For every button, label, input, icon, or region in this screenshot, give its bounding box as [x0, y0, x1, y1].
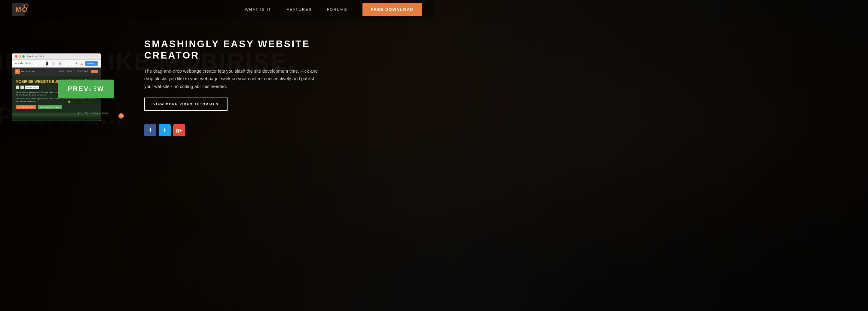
- svg-line-6: [27, 7, 28, 7]
- toolbar-right: 👁 ☁ Publish: [75, 61, 98, 66]
- app-toolbar: ≡ index.html 📱 ⬜ 🖥 👁 ☁ Publish: [12, 60, 101, 68]
- video-tutorials-button[interactable]: VIEW MORE VIDEO TUTORIALS: [144, 98, 227, 111]
- main-description: The drag-and-drop webpage creator lets y…: [144, 67, 318, 90]
- app-windows-button[interactable]: FOR WINDOWS & MAC: [38, 105, 62, 109]
- close-dot[interactable]: [15, 55, 18, 58]
- main-title: SMASHINGLY EASY WEBSITE CREATOR: [144, 38, 416, 61]
- maximize-dot[interactable]: [22, 55, 25, 58]
- mini-btn-2[interactable]: [21, 85, 24, 89]
- googleplus-icon[interactable]: g+: [173, 124, 185, 136]
- app-title: Mobirise 2.8.7: [27, 55, 44, 58]
- font-selector[interactable]: Roboto ▾ 21 ▾: [25, 85, 39, 89]
- app-nav-items: HOME ABOUT CONTACT CTA: [58, 70, 98, 73]
- scroll-down-arrow[interactable]: ▼: [67, 100, 71, 104]
- app-inner-nav: M MOBIRISE HOME ABOUT CONTACT CTA: [12, 68, 101, 76]
- right-content: SMASHINGLY EASY WEBSITE CREATOR The drag…: [126, 38, 422, 136]
- svg-line-5: [24, 4, 25, 4]
- toolbar-center: 📱 ⬜ 🖥: [45, 62, 61, 65]
- logo-icon: M: [12, 3, 25, 16]
- file-name: index.html: [18, 62, 31, 65]
- arrows-container: [59, 77, 98, 100]
- logo[interactable]: M: [12, 3, 25, 16]
- arrows-svg: [59, 77, 98, 99]
- mobile-icon[interactable]: 📱: [45, 62, 49, 65]
- free-download-button[interactable]: FREE DOWNLOAD: [363, 3, 422, 16]
- app-download-button[interactable]: DOWNLOAD NOW: [16, 105, 36, 109]
- facebook-icon[interactable]: f: [144, 124, 156, 136]
- titlebar-controls: [15, 55, 25, 58]
- navbar: M WHAT IS IT FEATURES FORUMS FREE DOWNLO…: [0, 0, 434, 19]
- eye-icon[interactable]: 👁: [75, 62, 79, 65]
- app-logo-mini: M: [15, 69, 20, 74]
- app-nav-cta: CTA: [91, 70, 98, 73]
- cloud-icon: ☁: [80, 62, 83, 65]
- desktop-icon[interactable]: 🖥: [58, 62, 61, 65]
- social-icons: f t g+: [144, 124, 416, 136]
- app-nav-home: HOME: [58, 70, 65, 73]
- platform-text: For Windows Mac: [78, 111, 109, 115]
- twitter-icon[interactable]: t: [159, 124, 171, 136]
- hamburger-icon[interactable]: ≡: [15, 62, 17, 65]
- app-hero-buttons: DOWNLOAD NOW FOR WINDOWS & MAC: [16, 105, 97, 109]
- mini-btn-1[interactable]: [16, 85, 19, 89]
- app-brand-name: MOBIRISE: [21, 70, 35, 73]
- app-nav-contact: CONTACT: [77, 70, 88, 73]
- nav-link-what-is-it[interactable]: WHAT IS IT: [245, 7, 271, 12]
- publish-button[interactable]: Publish: [85, 61, 98, 66]
- nav-links: WHAT IS IT FEATURES FORUMS FREE DOWNLOAD: [245, 3, 422, 16]
- svg-point-0: [24, 4, 27, 7]
- svg-line-8: [24, 7, 25, 7]
- app-screenshot-wrapper: Mobirise 2.8.7 ≡ index.html 📱 ⬜ 🖥 👁 ☁ Pu…: [12, 54, 126, 121]
- nav-link-features[interactable]: FEATURES: [286, 7, 312, 12]
- svg-line-7: [27, 4, 28, 4]
- app-titlebar: Mobirise 2.8.7: [12, 54, 101, 60]
- app-nav-about: ABOUT: [67, 70, 75, 73]
- main-content: Mobirise 2.8.7 ≡ index.html 📱 ⬜ 🖥 👁 ☁ Pu…: [0, 19, 434, 156]
- toolbar-left: ≡ index.html: [15, 62, 31, 65]
- nav-link-forums[interactable]: FORUMS: [327, 7, 347, 12]
- minimize-dot[interactable]: [19, 55, 21, 58]
- tablet-icon[interactable]: ⬜: [52, 62, 56, 65]
